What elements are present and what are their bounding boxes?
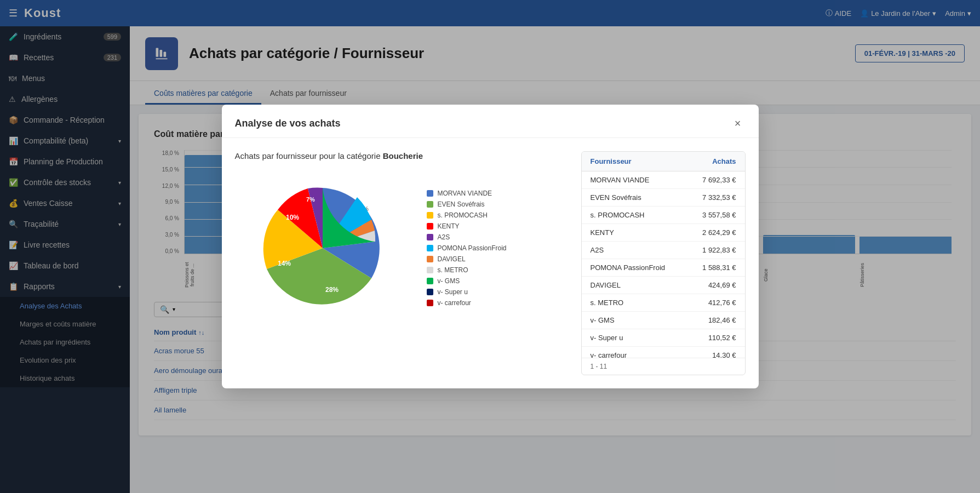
table-row: s. METRO 412,76 € (582, 294, 745, 312)
legend-item-1: EVEN Sovéfrais (427, 200, 507, 208)
table-row: v- carrefour 14,30 € (582, 347, 745, 358)
modal-chart-section: Achats par fournisseur pour la catégorie… (235, 151, 568, 375)
legend-item-7: s. METRO (427, 266, 507, 274)
table-row: v- Super u 110,52 € (582, 329, 745, 347)
svg-text:7%: 7% (306, 196, 315, 203)
table-row: MORVAN VIANDE 7 692,33 € (582, 171, 745, 189)
legend-item-4: A2S (427, 233, 507, 241)
modal-overlay[interactable]: Analyse de vos achats × Achats par fourn… (0, 0, 980, 493)
table-row: s. PROMOCASH 3 557,58 € (582, 207, 745, 224)
svg-text:28%: 28% (325, 286, 339, 294)
table-row: DAVIGEL 424,69 € (582, 277, 745, 294)
legend-color-9 (427, 289, 433, 295)
modal: Analyse de vos achats × Achats par fourn… (222, 105, 759, 388)
table-row: POMONA PassionFroid 1 588,31 € (582, 259, 745, 277)
legend-color-0 (427, 190, 433, 197)
pie-legend: MORVAN VIANDE EVEN Sovéfrais s. PROMOCAS… (427, 190, 507, 307)
legend-color-1 (427, 201, 433, 208)
legend-item-2: s. PROMOCASH (427, 211, 507, 219)
legend-color-5 (427, 245, 433, 251)
svg-text:14%: 14% (278, 260, 291, 267)
modal-pagination: 1 - 11 (582, 358, 745, 375)
legend-item-10: v- carrefour (427, 299, 507, 307)
modal-body: Achats par fournisseur pour la catégorie… (222, 138, 759, 388)
modal-table-header: Fournisseur Achats (582, 152, 745, 171)
legend-color-10 (427, 300, 433, 306)
legend-color-6 (427, 256, 433, 262)
modal-table-body: MORVAN VIANDE 7 692,33 € EVEN Sovéfrais … (582, 171, 745, 358)
table-row: A2S 1 922,83 € (582, 242, 745, 259)
pie-chart: 1% 2% 2% 6% 30% 28% (235, 171, 410, 325)
legend-color-2 (427, 212, 433, 219)
modal-title: Analyse de vos achats (235, 118, 341, 129)
pie-wrapper: 1% 2% 2% 6% 30% 28% (235, 171, 568, 325)
svg-text:10%: 10% (286, 214, 299, 221)
legend-color-8 (427, 278, 433, 284)
legend-item-9: v- Super u (427, 288, 507, 296)
legend-item-0: MORVAN VIANDE (427, 190, 507, 197)
legend-item-8: v- GMS (427, 277, 507, 285)
modal-table-section: Fournisseur Achats MORVAN VIANDE 7 692,3… (581, 151, 746, 375)
modal-header: Analyse de vos achats × (222, 105, 759, 138)
legend-item-6: DAVIGEL (427, 255, 507, 263)
legend-color-3 (427, 223, 433, 230)
table-row: EVEN Sovéfrais 7 332,53 € (582, 189, 745, 207)
modal-chart-subtitle: Achats par fournisseur pour la catégorie… (235, 151, 568, 160)
legend-item-3: KENTY (427, 222, 507, 230)
modal-close-button[interactable]: × (730, 116, 746, 131)
table-row: KENTY 2 624,29 € (582, 224, 745, 242)
legend-item-5: POMONA PassionFroid (427, 244, 507, 252)
legend-color-7 (427, 267, 433, 273)
legend-color-4 (427, 234, 433, 240)
table-row: v- GMS 182,46 € (582, 312, 745, 329)
